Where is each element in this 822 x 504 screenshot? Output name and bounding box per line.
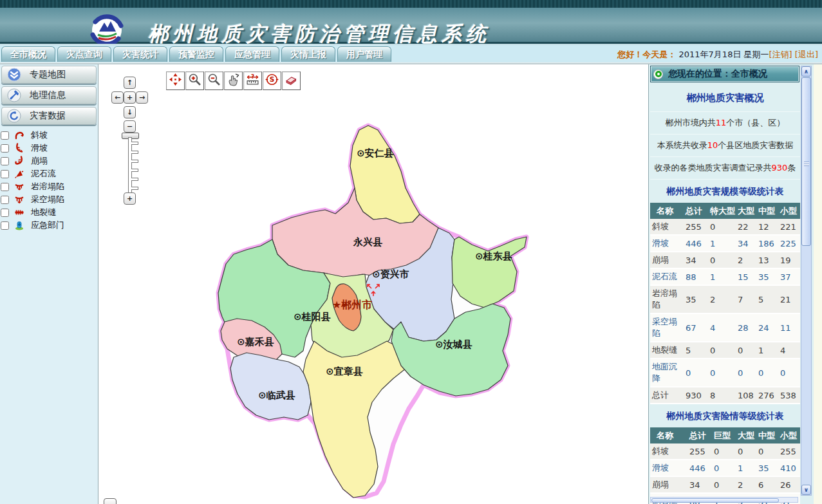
layer-checkbox[interactable] [1,183,9,191]
map-label-zixing: ⊙资兴市 [372,268,409,280]
table-cell: 0 [712,460,736,476]
exit-link[interactable]: [退出] [795,50,818,59]
info-panel: 您现在的位置：全市概况 郴州地质灾害概况 郴州市境内共11个市（县、区）本系统共… [648,64,814,504]
table-cell: 186 [756,235,778,252]
pan-right-button[interactable]: → [136,91,148,104]
table-cell: 13 [756,252,778,268]
nav-tab-6[interactable]: 灾情上报 [281,46,335,62]
nav-tab-1[interactable]: 全市概况 [1,46,55,62]
zoom-in-button[interactable] [185,71,204,90]
slope-icon [14,130,26,140]
zoom-in-icon [188,73,201,89]
measure-distance-button[interactable]: ? [243,71,262,90]
table-row: 滑坡446134186225 [650,235,800,252]
scroll-down-button[interactable]: ∨ [801,485,811,495]
layer-checkbox[interactable] [1,209,9,217]
eraser-button[interactable] [282,71,301,90]
sidebar-section-2[interactable]: 地理信息 [1,86,97,104]
district-map: ⊙安仁县 永兴县 ⊙资兴市 ⊙桂东县 ⊙桂阳县 ⊙嘉禾县 ⊙临武县 ⊙宜章县 ⊙… [98,64,648,504]
table-cell: 276 [756,387,778,404]
map-canvas[interactable]: ⊙安仁县 永兴县 ⊙资兴市 ⊙桂东县 ⊙桂阳县 ⊙嘉禾县 ⊙临武县 ⊙宜章县 ⊙… [98,64,649,504]
table-cell: 0 [756,359,778,387]
table-cell: 0 [736,443,756,460]
horizontal-scroll-thumb[interactable] [651,498,779,503]
table-cell: 538 [778,387,800,404]
table-cell: 0 [708,219,736,235]
scroll-up-button[interactable]: ∧ [801,66,811,77]
table-row: 滑坡4460135410 [650,460,800,476]
disaster-data-icon [7,109,21,123]
table-cell: 0 [756,443,778,460]
layer-checkbox[interactable] [1,221,9,230]
layer-list: 斜坡滑坡崩塌泥石流岩溶塌陷采空塌陷地裂缝应急部门 [0,129,98,232]
layer-checkbox[interactable] [1,170,9,178]
table-cell: 5 [756,285,778,313]
map-toolbar: ?S [166,71,301,90]
sidebar-section-label: 专题地图 [30,69,66,80]
nav-tab-5[interactable]: 应急管理 [225,46,279,62]
partial-map-button[interactable] [104,498,117,504]
stat-table-1: 名称总计特大型大型中型小型斜坡25502212221滑坡446134186225… [650,203,800,404]
table-cell: 225 [778,235,800,252]
scroll-thumb[interactable] [801,77,811,246]
table-cell: 26 [778,476,800,493]
table-cell: 0 [778,359,800,387]
debris-flow-icon [14,169,26,179]
layer-label: 地裂缝 [31,207,56,218]
sidebar-section-3[interactable]: 灾害数据 [1,107,97,125]
nav-tab-3[interactable]: 灾害统计 [113,46,167,62]
sidebar-section-1[interactable]: 专题地图 [1,66,97,84]
zoom-slider-plus-button[interactable]: + [124,192,136,205]
pan-center-button[interactable]: + [124,91,136,104]
table-cell: 崩塌 [650,476,687,493]
layer-checkbox[interactable] [1,131,9,140]
zoom-slider-tick [131,178,138,181]
stat-table-2: 名称总计巨型大型中型小型斜坡255000255滑坡4460135410崩塌340… [650,427,800,504]
greeting-label: 您好！今天是： [617,50,676,59]
pan-left-button[interactable]: ← [111,91,124,104]
layer-item-7: 地裂缝 [0,206,98,219]
table-cell: 35 [756,268,778,285]
current-weekday: 星期一 [744,50,769,59]
highlight-number: 10 [707,140,718,150]
table-row: 崩塌34021319 [650,252,800,268]
pan-button[interactable] [166,71,185,90]
table-cell: 8 [708,387,736,404]
map-label-linwu: ⊙临武县 [258,389,295,401]
scale-button[interactable]: S [263,71,281,90]
table-cell: 地裂缝 [650,342,684,359]
map-label-jiahe: ⊙嘉禾县 [237,336,274,348]
horizontal-scrollbar[interactable] [650,497,798,503]
map-region-guidong[interactable] [452,237,527,308]
collapse-icon [14,156,26,166]
table-cell: 19 [778,252,800,268]
app-banner: 郴州地质灾害防治管理信息系统 [0,8,822,44]
logout-link[interactable]: [注销] [769,50,792,59]
map-label-guiyang: ⊙桂阳县 [294,311,331,322]
vertical-scrollbar[interactable]: ∧ ∨ [801,66,812,496]
layer-label: 应急部门 [31,219,64,231]
layer-label: 泥石流 [31,168,56,180]
zoom-slider-minus-button[interactable]: − [124,120,136,133]
layer-checkbox[interactable] [1,157,9,165]
table-cell: 410 [778,460,800,476]
pan-hand-button[interactable] [224,71,243,90]
table-header-cell: 小型 [778,203,800,219]
table-row: 地面沉降00000 [650,359,800,387]
table-row: 采空塌陷674282411 [650,313,800,342]
nav-tab-4[interactable]: 预警监控 [169,46,223,62]
table-cell: 34 [736,235,756,252]
table-cell: 0 [684,359,708,387]
pan-up-button[interactable]: ↑ [124,77,136,89]
pan-down-button[interactable]: ↓ [124,106,136,118]
nav-tab-7[interactable]: 用户管理 [337,46,391,62]
app-logo-icon [90,14,124,50]
table-row: 泥石流881153537 [650,268,800,285]
nav-tab-2[interactable]: 灾点查询 [57,46,111,62]
table-cell: 22 [736,219,756,235]
table-header-cell: 大型 [736,203,756,219]
layer-checkbox[interactable] [1,196,9,204]
zoom-out-button[interactable] [205,71,223,90]
location-text: 您现在的位置：全市概况 [668,68,767,80]
layer-checkbox[interactable] [1,144,9,153]
